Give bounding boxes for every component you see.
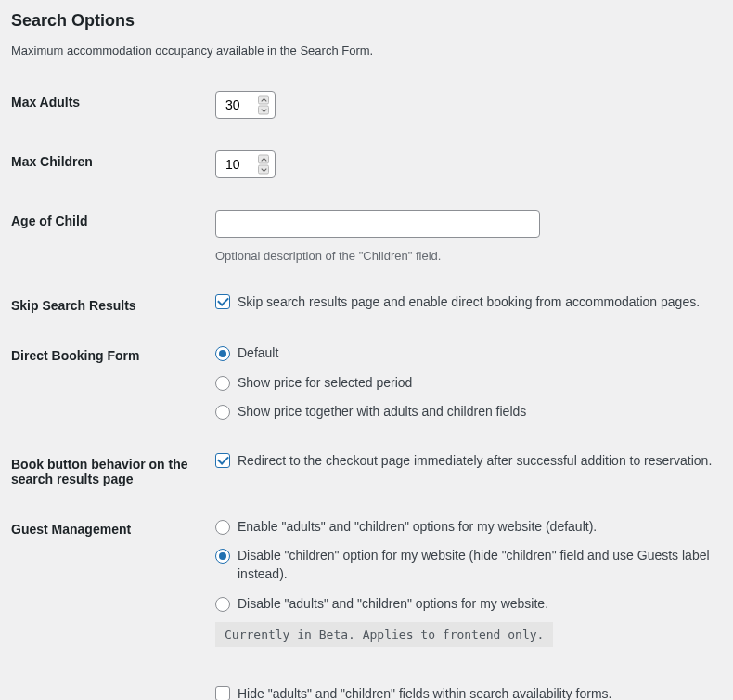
- chevron-up-icon: [261, 97, 267, 102]
- direct-booking-radio-price[interactable]: [215, 376, 230, 391]
- book-button-behavior-label: Book button behavior on the search resul…: [11, 453, 215, 486]
- skip-search-checkbox-label[interactable]: Skip search results page and enable dire…: [238, 294, 700, 309]
- chevron-down-icon: [261, 108, 267, 112]
- direct-booking-radio-default[interactable]: [215, 346, 230, 361]
- max-children-step-down[interactable]: [258, 165, 269, 175]
- section-heading: Search Options: [11, 11, 722, 31]
- guest-radio-disable-children[interactable]: [215, 549, 230, 564]
- direct-booking-radio-default-label[interactable]: Default: [238, 344, 278, 363]
- beta-note: Currently in Beta. Applies to frontend o…: [215, 622, 553, 647]
- guest-radio-disable-children-label[interactable]: Disable "children" option for my website…: [238, 547, 722, 583]
- max-adults-label: Max Adults: [11, 91, 215, 110]
- max-adults-step-up[interactable]: [258, 96, 269, 105]
- hide-fields-checkbox-label[interactable]: Hide "adults" and "children" fields with…: [238, 686, 612, 700]
- guest-radio-enable[interactable]: [215, 520, 230, 535]
- chevron-up-icon: [261, 157, 267, 162]
- skip-search-results-label: Skip Search Results: [11, 294, 215, 313]
- chevron-down-icon: [261, 167, 267, 172]
- direct-booking-radio-price-label[interactable]: Show price for selected period: [238, 374, 412, 393]
- direct-booking-label: Direct Booking Form: [11, 344, 215, 363]
- book-button-checkbox[interactable]: [215, 453, 230, 468]
- guest-radio-enable-label[interactable]: Enable "adults" and "children" options f…: [238, 518, 597, 537]
- guest-management-label: Guest Management: [11, 518, 215, 537]
- age-of-child-label: Age of Child: [11, 210, 215, 228]
- max-children-label: Max Children: [11, 150, 215, 169]
- book-button-checkbox-label[interactable]: Redirect to the checkout page immediatel…: [238, 453, 712, 468]
- guest-radio-disable-both[interactable]: [215, 597, 230, 612]
- hide-fields-checkbox[interactable]: [215, 686, 230, 700]
- age-of-child-help: Optional description of the "Children" f…: [215, 249, 722, 263]
- age-of-child-input[interactable]: [215, 210, 540, 238]
- direct-booking-radio-price-fields[interactable]: [215, 405, 230, 420]
- section-description: Maximum accommodation occupancy availabl…: [11, 44, 722, 58]
- direct-booking-radio-price-fields-label[interactable]: Show price together with adults and chil…: [238, 403, 526, 421]
- max-children-step-up[interactable]: [258, 155, 269, 164]
- max-adults-step-down[interactable]: [258, 106, 269, 115]
- skip-search-checkbox[interactable]: [215, 294, 230, 309]
- guest-radio-disable-both-label[interactable]: Disable "adults" and "children" options …: [238, 595, 548, 614]
